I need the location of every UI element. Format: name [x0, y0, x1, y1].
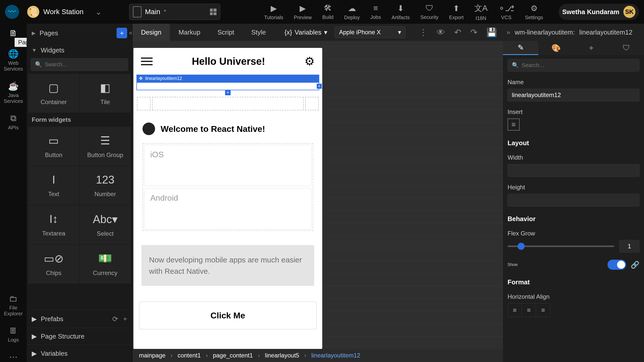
tab-design[interactable]: Design	[132, 24, 170, 41]
tab-markup[interactable]: Markup	[170, 24, 209, 41]
selected-type: wm-linearlayoutitem:	[515, 28, 575, 36]
widget-currency[interactable]: 💵Currency	[80, 245, 131, 284]
workspace-name[interactable]: Work Station	[43, 8, 84, 16]
export-button[interactable]: ⬆Export	[449, 4, 464, 20]
widget-container[interactable]: ▢Container	[28, 74, 79, 113]
widget-tile[interactable]: ◧Tile	[80, 74, 131, 113]
rail-logs[interactable]: 🗏Logs	[8, 326, 19, 343]
tab-styles[interactable]: 🎨	[538, 41, 574, 55]
height-input[interactable]	[508, 194, 639, 206]
active-page-tab[interactable]: Main *	[129, 4, 220, 20]
redo-button[interactable]: ↷	[470, 27, 477, 37]
button-group-icon: ☰	[100, 134, 110, 147]
widget-button-group[interactable]: ☰Button Group	[80, 127, 131, 166]
chevron-down-icon[interactable]: ⌄	[95, 7, 102, 17]
file-icon: 🗎	[9, 28, 18, 38]
widgets-section[interactable]: ▼ Widgets	[27, 42, 132, 58]
tab-script[interactable]: Script	[209, 24, 243, 41]
i18n-button[interactable]: 文AI18N	[474, 3, 488, 21]
name-input[interactable]	[508, 89, 639, 101]
widget-select[interactable]: Abc▾Select	[80, 205, 131, 244]
gear-icon[interactable]: ⚙	[304, 54, 315, 68]
chevron-right-icon: ▶	[32, 30, 35, 36]
wrench-icon: 🛠	[324, 4, 332, 13]
phone-canvas[interactable]: Hello Universe! ⚙ ✥ linearlayoutitem12 +	[133, 48, 322, 349]
folder-icon: 🗀	[9, 294, 18, 304]
preview-button[interactable]: ▶Preview	[294, 4, 312, 20]
api-icon: ⧉	[10, 113, 16, 123]
brand-logo[interactable]: 〰	[5, 5, 19, 19]
placeholder-slot[interactable]	[137, 97, 151, 110]
align-center-button[interactable]: ≡	[522, 304, 536, 317]
security-button[interactable]: 🛡Security	[420, 4, 439, 20]
show-toggle[interactable]	[607, 260, 626, 270]
placeholder-slot[interactable]	[152, 97, 304, 110]
settings-button[interactable]: ⚙Settings	[525, 4, 543, 20]
widget-textarea[interactable]: I↕Textarea	[28, 205, 79, 244]
variables-section[interactable]: ▶ Variables	[27, 345, 132, 362]
add-below-button[interactable]: +	[225, 90, 231, 95]
widget-button[interactable]: ▭Button	[28, 127, 79, 166]
props-search-input[interactable]	[522, 62, 635, 69]
page-structure-section[interactable]: ▶ Page Structure	[27, 328, 132, 345]
breadcrumb-item-active[interactable]: linearlayoutitem12	[311, 352, 360, 359]
rail-file-explorer[interactable]: 🗀File Explorer	[0, 294, 27, 317]
tab-events[interactable]: ⌖	[574, 41, 609, 55]
artifacts-button[interactable]: ⬇Artifacts	[391, 4, 410, 20]
rail-java-services[interactable]: ☕Java Services	[0, 81, 27, 104]
click-me-button[interactable]: Click Me	[139, 301, 317, 329]
info-banner: Now developing mobile apps are much easi…	[141, 245, 314, 286]
rail-web-services[interactable]: 🌐Web Services	[0, 49, 27, 72]
tab-properties[interactable]: ✎	[503, 41, 538, 55]
build-button[interactable]: 🛠Build	[322, 4, 333, 20]
rail-more[interactable]: ⋯	[9, 352, 18, 362]
tutorials-button[interactable]: ▶Tutorials	[264, 4, 283, 20]
flex-grow-slider[interactable]	[508, 246, 614, 247]
widget-text[interactable]: IText	[28, 166, 79, 205]
selected-element[interactable]	[136, 82, 319, 90]
tab-security[interactable]: 🛡	[609, 41, 644, 55]
variables-button[interactable]: {x} Variables ▾	[284, 28, 327, 36]
rail-apis[interactable]: ⧉APIs	[8, 113, 19, 131]
breadcrumb-item[interactable]: content1	[177, 352, 201, 359]
link-icon[interactable]: 🔗	[631, 261, 639, 269]
hamburger-icon[interactable]	[141, 57, 153, 65]
widget-search-input[interactable]	[45, 61, 124, 68]
widget-search[interactable]: 🔍	[31, 58, 128, 71]
placeholder-slot[interactable]	[305, 97, 319, 110]
breadcrumb-item[interactable]: linearlayout5	[265, 352, 299, 359]
layout-grid-icon[interactable]	[210, 9, 217, 15]
undo-button[interactable]: ↶	[454, 27, 461, 37]
add-icon[interactable]: +	[123, 315, 127, 323]
pages-section[interactable]: ▶ Pages +	[27, 24, 132, 42]
cursor-icon: ⌖	[589, 44, 593, 52]
tab-style[interactable]: Style	[243, 24, 274, 41]
widget-number[interactable]: 123Number	[80, 166, 131, 205]
breadcrumb-item[interactable]: mainpage	[139, 352, 165, 359]
align-right-button[interactable]: ≡	[536, 304, 550, 317]
refresh-icon[interactable]: ⟳	[112, 315, 118, 323]
visibility-toggle-button[interactable]: 👁	[437, 27, 445, 37]
chevron-right-icon: ▶	[32, 333, 37, 340]
insert-button[interactable]: ≡	[508, 118, 520, 131]
jobs-button[interactable]: ≡Jobs	[370, 4, 381, 20]
widget-chips[interactable]: ▭⊘Chips	[28, 245, 79, 284]
collapse-props-button[interactable]: »	[507, 28, 510, 36]
android-card[interactable]: Android	[144, 188, 312, 229]
vcs-button[interactable]: ⚬⎇VCS	[498, 4, 514, 20]
deploy-button[interactable]: ☁Deploy	[344, 4, 360, 20]
prefabs-section[interactable]: ▶ Prefabs ⟳ +	[27, 310, 132, 328]
user-menu[interactable]: Swetha Kundaram SK	[559, 4, 639, 20]
youtube-icon: ▶	[271, 4, 277, 13]
width-input[interactable]	[508, 164, 639, 177]
ios-card[interactable]: iOS	[144, 145, 312, 186]
align-left-button[interactable]: ≡	[508, 304, 522, 317]
props-search[interactable]: 🔍	[508, 59, 639, 72]
flex-grow-input[interactable]	[619, 240, 639, 253]
selection-header[interactable]: ✥ linearlayoutitem12	[136, 75, 319, 82]
breadcrumb-item[interactable]: page_content1	[213, 352, 253, 359]
save-button[interactable]: 💾	[486, 27, 497, 37]
collapse-panel-button[interactable]: «	[126, 29, 136, 36]
device-select[interactable]: Apple iPhone X ▾	[335, 26, 405, 38]
overflow-menu-button[interactable]: ⋮	[419, 27, 427, 37]
